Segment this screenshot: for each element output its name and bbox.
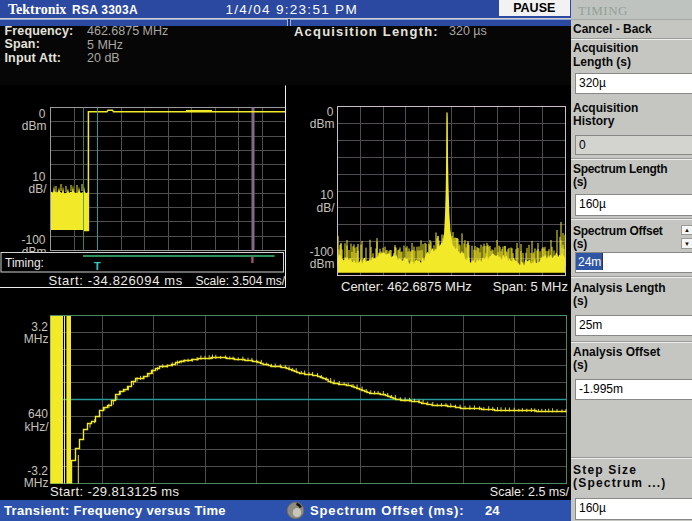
svg-text:dBm: dBm: [310, 257, 335, 271]
svg-text:dBm: dBm: [22, 119, 47, 133]
svg-text:dBm: dBm: [310, 117, 335, 131]
svg-text:Timing:: Timing:: [5, 256, 44, 270]
svg-text:640: 640: [28, 407, 48, 421]
svg-text:Span: 5 MHz: Span: 5 MHz: [493, 279, 568, 294]
svg-text:Start: -29.813125 ms: Start: -29.813125 ms: [50, 484, 179, 499]
svg-text:Center: 462.6875 MHz: Center: 462.6875 MHz: [341, 279, 472, 294]
svg-text:Scale: 2.5 ms/: Scale: 2.5 ms/: [490, 485, 570, 499]
svg-text:kHz/: kHz/: [25, 420, 50, 434]
svg-text:dB/: dB/: [28, 182, 47, 196]
svg-text:MHz: MHz: [24, 476, 49, 490]
svg-text:dB/: dB/: [316, 201, 335, 215]
svg-text:MHz: MHz: [24, 332, 49, 346]
svg-text:Start: -34.826094 ms: Start: -34.826094 ms: [49, 273, 183, 288]
svg-text:Scale: 3.504 ms/: Scale: 3.504 ms/: [196, 274, 286, 288]
svg-text:T: T: [94, 260, 101, 272]
svg-text:10: 10: [320, 188, 334, 202]
